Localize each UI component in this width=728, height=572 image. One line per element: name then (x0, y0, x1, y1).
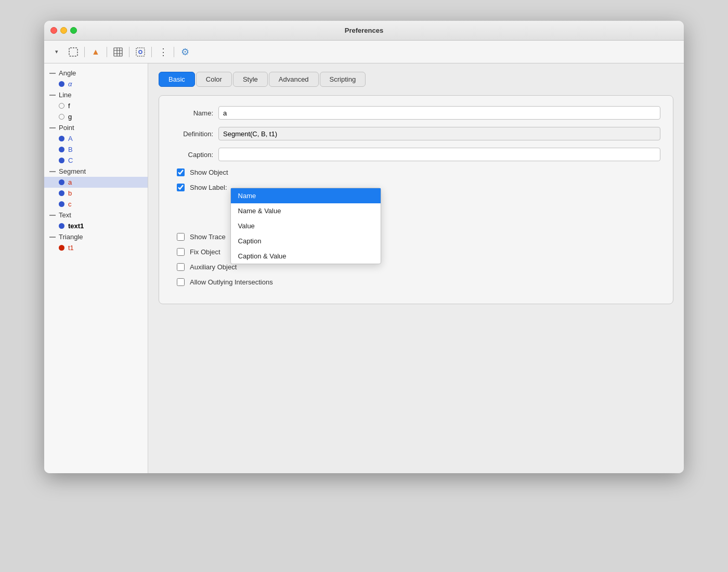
close-button[interactable] (50, 27, 57, 34)
dot-icon (59, 147, 64, 152)
sidebar-item-C[interactable]: C (44, 155, 148, 166)
tab-scripting[interactable]: Scripting (320, 72, 366, 87)
sidebar-group-point-label: Point (59, 124, 74, 132)
sidebar-item-label-g: g (68, 113, 72, 121)
show-object-label: Show Object (190, 168, 228, 176)
sidebar-item-label-a: a (68, 178, 72, 186)
sidebar-item-a[interactable]: a (44, 177, 148, 188)
caption-label: Caption: (172, 151, 218, 159)
toolbar-separator-5 (174, 47, 174, 57)
tab-basic[interactable]: Basic (159, 72, 195, 87)
dropdown-option-caption[interactable]: Caption (231, 233, 381, 249)
traffic-lights (50, 27, 77, 34)
auxiliary-object-checkbox[interactable] (177, 263, 185, 271)
settings-icon[interactable]: ⚙ (178, 45, 192, 59)
show-object-row: Show Object (172, 168, 660, 176)
name-row: Name: (172, 106, 660, 120)
definition-label: Definition: (172, 130, 218, 138)
sidebar-item-label-A: A (68, 135, 73, 142)
maximize-button[interactable] (70, 27, 77, 34)
sidebar-group-triangle: Triangle (44, 231, 148, 242)
show-label-text: Show Label: (190, 184, 227, 191)
allow-outlying-checkbox[interactable] (177, 278, 185, 286)
preferences-window: Preferences ▾ ▲ (44, 21, 684, 473)
dot-icon (59, 201, 64, 207)
show-label-row: Show Label: Name Name & Value Value Capt… (172, 184, 660, 191)
toolbar-separator-3 (129, 47, 129, 57)
sidebar-item-f[interactable]: f (44, 100, 148, 111)
show-object-checkbox[interactable] (177, 168, 185, 176)
main-content: Angle α Line f g Point (44, 63, 684, 473)
sidebar-item-t1[interactable]: t1 (44, 242, 148, 253)
sidebar: Angle α Line f g Point (44, 63, 148, 473)
dot-icon (59, 223, 64, 229)
titlebar: Preferences (44, 21, 684, 41)
dropdown-option-value[interactable]: Value (231, 218, 381, 233)
sidebar-group-angle: Angle (44, 68, 148, 79)
group-dash (49, 215, 56, 216)
sidebar-item-label-f: f (68, 102, 70, 110)
svg-rect-1 (114, 48, 122, 56)
toolbar-separator-4 (151, 47, 152, 57)
sidebar-group-angle-label: Angle (59, 69, 76, 77)
sidebar-item-b[interactable]: b (44, 188, 148, 199)
tab-advanced[interactable]: Advanced (269, 72, 319, 87)
definition-row: Definition: (172, 127, 660, 140)
dot-icon (59, 190, 64, 196)
sidebar-item-label-c: c (68, 200, 72, 208)
name-label: Name: (172, 109, 218, 117)
show-label-dropdown-popup: Name Name & Value Value Caption Caption … (230, 188, 381, 264)
selection-icon[interactable] (66, 45, 81, 59)
definition-input[interactable] (218, 127, 660, 140)
table-icon[interactable] (111, 45, 125, 59)
sidebar-group-point: Point (44, 122, 148, 133)
sidebar-group-text-label: Text (59, 211, 71, 219)
group-dash (49, 73, 56, 74)
dropdown-option-name-value[interactable]: Name & Value (231, 203, 381, 218)
tab-style[interactable]: Style (233, 72, 268, 87)
dot-icon (59, 245, 64, 251)
arrow-down-icon[interactable]: ▾ (49, 45, 64, 59)
sidebar-item-c[interactable]: c (44, 199, 148, 210)
group-dash (49, 171, 56, 172)
sidebar-item-label-t1: t1 (68, 244, 74, 252)
sidebar-item-label-text1: text1 (68, 222, 84, 230)
sidebar-item-text1[interactable]: text1 (44, 220, 148, 231)
auxiliary-object-label: Auxiliary Object (190, 263, 237, 271)
show-label-checkbox[interactable] (177, 184, 185, 191)
toolbar-separator-1 (84, 47, 85, 57)
sidebar-item-label-b: b (68, 189, 72, 197)
fix-object-checkbox[interactable] (177, 248, 185, 256)
name-input[interactable] (218, 106, 660, 120)
sidebar-item-label-C: C (68, 157, 73, 164)
show-trace-checkbox[interactable] (177, 233, 185, 241)
dots-icon[interactable]: ⋮ (155, 45, 170, 59)
sidebar-group-line: Line (44, 89, 148, 100)
group-dash (49, 95, 56, 96)
caption-row: Caption: (172, 148, 660, 161)
triangle-icon[interactable]: ▲ (88, 45, 103, 59)
dot-icon (59, 136, 64, 141)
caption-input[interactable] (218, 148, 660, 161)
dropdown-option-caption-value[interactable]: Caption & Value (231, 249, 381, 264)
tab-color[interactable]: Color (196, 72, 232, 87)
svg-rect-0 (69, 48, 77, 56)
move-icon[interactable] (133, 45, 148, 59)
sidebar-item-B[interactable]: B (44, 144, 148, 155)
dropdown-option-name[interactable]: Name (231, 188, 381, 203)
dot-icon (59, 158, 64, 163)
tab-bar: Basic Color Style Advanced Scripting (159, 72, 673, 87)
allow-outlying-row: Allow Outlying Intersections (172, 278, 660, 286)
sidebar-group-line-label: Line (59, 91, 72, 99)
toolbar: ▾ ▲ ⋮ ⚙ (44, 41, 684, 63)
dot-icon (59, 81, 64, 87)
sidebar-item-A[interactable]: A (44, 133, 148, 144)
sidebar-item-alpha[interactable]: α (44, 79, 148, 89)
toolbar-separator-2 (107, 47, 107, 57)
show-trace-label: Show Trace (190, 233, 226, 241)
sidebar-item-label-B: B (68, 146, 73, 153)
svg-rect-6 (136, 48, 145, 56)
sidebar-item-g[interactable]: g (44, 111, 148, 122)
minimize-button[interactable] (60, 27, 67, 34)
right-panel: Basic Color Style Advanced Scripting Nam… (148, 63, 684, 473)
